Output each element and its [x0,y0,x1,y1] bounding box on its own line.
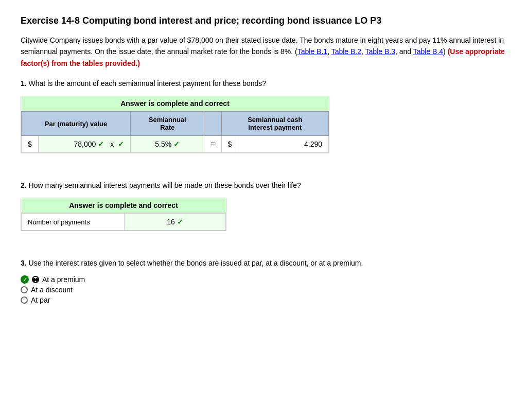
q1-dollar-sign1: $ [22,136,39,153]
q3-par-radio[interactable] [21,296,28,304]
q1-answer-header: Answer is complete and correct [21,96,329,111]
question-1-text: 1. What is the amount of each semiannual… [21,79,506,87]
comma2: , [361,47,365,56]
question-2-section: 2. How many semiannual interest payments… [21,181,506,243]
q1-equals-header [204,112,221,136]
q1-col2-header: Semiannual Rate [131,112,204,136]
table-b4-link[interactable]: Table B.4 [413,47,443,56]
q3-premium-correct-icon: ✓ [21,275,29,284]
question-3-section: 3. Use the interest rates given to selec… [21,259,506,304]
intro-paragraph: Citywide Company issues bonds with a par… [21,34,506,69]
comma1: , [327,47,331,56]
q1-table: Par (maturity) value Semiannual Rate Sem… [21,111,329,153]
q1-par-value: 78,000 [74,140,96,148]
q1-times-sign: x [110,140,114,148]
intro-part2: ) [443,47,448,56]
table-b3-link[interactable]: Table B.3 [365,47,395,56]
question-1-section: 1. What is the amount of each semiannual… [21,79,506,166]
q3-radio-group: ✓ At a premium At a discount At par [21,275,506,304]
q1-dollar-sign2: $ [221,136,238,153]
q2-answer-header: Answer is complete and correct [21,198,226,213]
q1-equals-cell: = [204,136,221,153]
q1-par-checkmark: ✓ [98,140,104,148]
table-b1-link[interactable]: Table B.1 [297,47,327,56]
q1-par-value-cell[interactable]: 78,000 ✓ x ✓ [38,136,130,153]
q1-times-checkmark: ✓ [118,140,124,148]
table-b2-link[interactable]: Table B.2 [331,47,361,56]
q1-result-cell: 4,290 [238,136,329,153]
q2-value-cell[interactable]: 16 ✓ [125,214,226,231]
q1-rate-cell[interactable]: 5.5% ✓ [131,136,204,153]
q3-par-label: At par [31,296,50,304]
page-title: Exercise 14-8 Computing bond interest an… [21,15,506,26]
q1-rate-checkmark: ✓ [173,140,180,148]
q3-option-premium[interactable]: ✓ At a premium [21,275,506,284]
q2-label: Number of payments [22,214,125,231]
q3-option-discount[interactable]: At a discount [21,286,506,294]
question-3-text: 3. Use the interest rates given to selec… [21,259,506,267]
question-2-text: 2. How many semiannual interest payments… [21,181,506,189]
q3-premium-label: At a premium [42,275,85,284]
q2-checkmark: ✓ [177,218,183,226]
q1-rate-value: 5.5% [155,140,171,148]
q3-discount-radio[interactable] [21,286,28,293]
q3-option-par[interactable]: At par [21,296,506,304]
q2-table: Number of payments 16 ✓ [21,213,226,231]
q1-col3-header: Semiannual cash interest payment [221,112,328,136]
q3-discount-label: At a discount [31,286,73,294]
question-2-answer-box: Answer is complete and correct Number of… [21,198,226,231]
q1-col1-header: Par (maturity) value [22,112,131,136]
comma3: , and [395,47,413,56]
question-1-answer-box: Answer is complete and correct Par (matu… [21,96,329,153]
q2-value: 16 [167,218,175,226]
q3-premium-radio[interactable] [32,276,39,283]
